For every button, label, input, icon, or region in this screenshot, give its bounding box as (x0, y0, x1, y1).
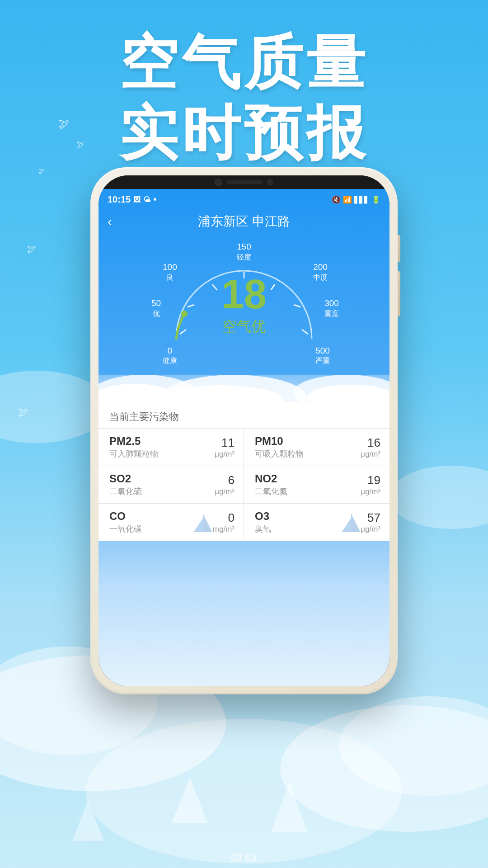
aqi-value: 18 (221, 274, 267, 315)
nav-bar: ‹ 浦东新区 申江路 (99, 208, 389, 235)
pollutant-section-title: 当前主要污染物 (99, 402, 389, 428)
screen-clouds-section: 当前主要污染物 PM2.5 可入肺颗粒物 11 μg/m³ (99, 375, 389, 541)
phone-mockup: 10:15 🖼 🌤 • 🔇 📶 ▋▋▋ 🔋 ‹ 浦东新区 申 (90, 167, 398, 694)
pollutant-no2-unit: μg/m³ (361, 487, 380, 496)
pollutant-so2-unit: μg/m³ (215, 487, 235, 496)
svg-point-6 (389, 466, 488, 529)
phone-outer: 10:15 🖼 🌤 • 🔇 📶 ▋▋▋ 🔋 ‹ 浦东新区 申 (90, 167, 398, 694)
gauge-section: 150 轻度 100 良 200 中度 (99, 235, 389, 375)
hero-section: 空气质量 实时预报 (0, 0, 488, 168)
phone-front-camera (215, 179, 222, 186)
pollutant-so2-name: SO2 (109, 472, 233, 485)
pollutant-o3: O3 臭氧 57 μg/m³ (244, 504, 389, 541)
status-left: 10:15 🖼 🌤 • (108, 194, 156, 205)
phone-top-bar (99, 175, 389, 189)
sailboat-icon-co (189, 511, 216, 538)
bird-icon-3: 🕊 (38, 167, 45, 175)
back-button[interactable]: ‹ (108, 214, 112, 229)
bird-icon-4: 🕊 (27, 244, 36, 255)
svg-line-10 (180, 330, 186, 334)
pollutant-pm10-value-group: 16 μg/m³ (361, 436, 380, 459)
gauge-label-100: 100 良 (163, 262, 177, 282)
sailboat-icon-o3 (338, 511, 365, 538)
phone-power-button (398, 235, 400, 262)
phone-volume-button (398, 271, 400, 316)
pollutant-no2-value-group: 19 μg/m³ (361, 473, 380, 496)
hero-title-line1: 空气质量 (0, 27, 488, 98)
pollutant-pm10-desc: 可吸入颗粒物 (255, 448, 379, 459)
status-bar: 10:15 🖼 🌤 • 🔇 📶 ▋▋▋ 🔋 (99, 189, 389, 208)
pollutant-so2-value: 6 (215, 473, 235, 487)
gauge-label-150: 150 轻度 (237, 241, 251, 262)
pollutant-co: CO 一氧化碳 0 mg/m³ (99, 504, 244, 541)
svg-marker-7 (172, 778, 208, 823)
screen-cloud-svg (99, 366, 389, 402)
svg-point-3 (339, 696, 488, 796)
gauge-label-500: 500 严重 (315, 345, 330, 366)
gauge-label-200: 200 中度 (313, 262, 328, 282)
phone-speaker (226, 180, 263, 184)
phone-screen: 10:15 🖼 🌤 • 🔇 📶 ▋▋▋ 🔋 ‹ 浦东新区 申 (99, 189, 389, 686)
svg-marker-27 (351, 514, 360, 532)
pollutant-so2-desc: 二氧化硫 (109, 486, 233, 497)
pollutant-pm25-value-group: 11 μg/m³ (215, 436, 235, 459)
status-signal-icon: ▋▋▋ (354, 196, 369, 203)
svg-marker-9 (72, 800, 104, 841)
pollutant-pm10-unit: μg/m³ (361, 450, 380, 459)
gauge-label-50: 50 优 (151, 298, 161, 318)
pollutant-pm25: PM2.5 可入肺颗粒物 11 μg/m³ (99, 429, 244, 466)
bird-icon-5: 🕊 (18, 407, 28, 419)
pollutant-pm10-name: PM10 (255, 435, 379, 448)
status-mute-icon: 🔇 (332, 195, 341, 204)
status-dot: • (153, 194, 156, 205)
status-wifi-icon: 📶 (343, 195, 352, 204)
pollutant-so2: SO2 二氧化硫 6 μg/m³ (99, 466, 244, 504)
svg-line-14 (271, 284, 275, 290)
svg-point-4 (86, 719, 402, 863)
phone-bezel: 10:15 🖼 🌤 • 🔇 📶 ▋▋▋ 🔋 ‹ 浦东新区 申 (99, 175, 389, 686)
status-right: 🔇 📶 ▋▋▋ 🔋 (332, 195, 380, 204)
pollutant-pm10: PM10 可吸入颗粒物 16 μg/m³ (244, 429, 389, 466)
svg-point-2 (280, 705, 488, 832)
pollutant-pm25-desc: 可入肺颗粒物 (109, 448, 233, 459)
pollutant-grid: PM2.5 可入肺颗粒物 11 μg/m³ PM10 可吸入颗粒物 (99, 428, 389, 541)
gauge-center: 18 空气优 (221, 274, 267, 337)
pollutant-pm25-unit: μg/m³ (215, 450, 235, 459)
svg-marker-24 (203, 514, 212, 532)
pollutant-no2-value: 19 (361, 473, 380, 487)
svg-line-11 (188, 305, 194, 307)
pollutant-no2-name: NO2 (255, 472, 379, 485)
status-time: 10:15 (108, 194, 131, 205)
pollutant-pm10-value: 16 (361, 436, 380, 450)
nav-title: 浦东新区 申江路 (198, 213, 290, 230)
aqi-quality: 空气优 (221, 317, 267, 337)
svg-marker-25 (194, 518, 203, 532)
svg-marker-8 (271, 782, 307, 832)
status-weather-icon: 🌤 (143, 196, 150, 204)
svg-line-16 (302, 330, 308, 334)
svg-marker-28 (342, 518, 351, 532)
status-photo-icon: 🖼 (133, 196, 141, 204)
pollutant-no2: NO2 二氧化氮 19 μg/m³ (244, 466, 389, 504)
pollutant-no2-desc: 二氧化氮 (255, 486, 379, 497)
gauge-label-0: 0 健康 (163, 345, 177, 366)
pollutant-pm25-name: PM2.5 (109, 435, 233, 448)
pollutant-pm25-value: 11 (215, 436, 235, 450)
hero-title-line2: 实时预报 (0, 98, 488, 168)
pollutant-so2-value-group: 6 μg/m³ (215, 473, 235, 496)
bottom-hint: 03 Ea (231, 852, 257, 863)
svg-line-15 (294, 305, 300, 307)
svg-point-17 (181, 311, 188, 317)
phone-sensor (267, 179, 273, 185)
svg-line-12 (212, 284, 217, 290)
gauge-label-300: 300 重度 (324, 298, 339, 318)
gauge-wrapper: 150 轻度 100 良 200 中度 (149, 239, 339, 366)
pollutant-section: 当前主要污染物 PM2.5 可入肺颗粒物 11 μg/m³ (99, 402, 389, 541)
status-battery-icon: 🔋 (371, 195, 380, 204)
